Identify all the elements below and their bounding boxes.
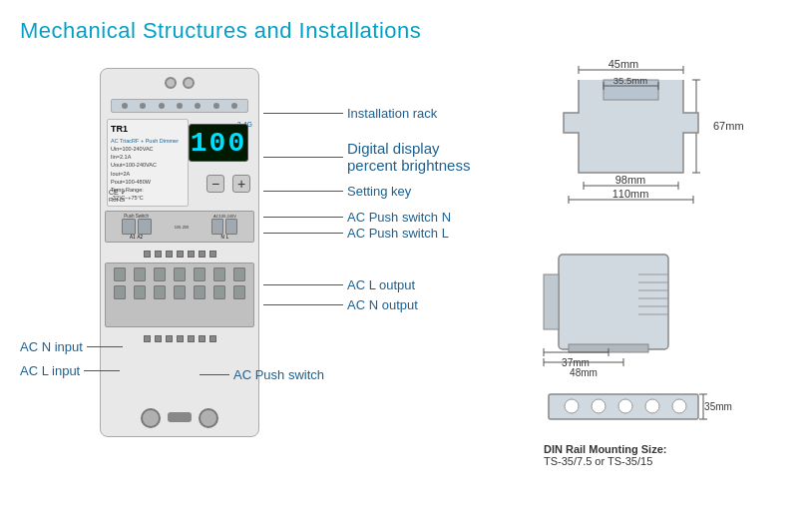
spec-iout: Iout=2A (111, 170, 185, 178)
annotation-digital-display: Digital display percent brightness (263, 140, 470, 174)
label-ac-l-input: AC L input (20, 363, 80, 378)
rack-dot-4 (177, 103, 183, 109)
bottom-latch (168, 412, 192, 422)
label-setting-key: Setting key (347, 184, 411, 199)
line-push (200, 374, 229, 375)
term-t2 (134, 267, 146, 281)
dot-7 (209, 251, 216, 258)
dim-label-48: 48mm (570, 367, 598, 378)
term-t6 (213, 267, 225, 281)
ac-term-l (225, 219, 237, 235)
flat-hole-4 (645, 399, 659, 413)
rack-dot-3 (159, 103, 165, 109)
term-t4 (174, 267, 186, 281)
line-setting (263, 191, 343, 192)
label-ac-push-switch: AC Push switch (233, 367, 324, 382)
term-b6 (213, 285, 225, 299)
terminal-row-bottom (106, 281, 253, 299)
plus-button[interactable]: + (232, 175, 250, 193)
rack-dot-1 (122, 103, 128, 109)
push-term-l2: A2 (138, 235, 144, 240)
dot-1 (144, 251, 151, 258)
mid-terminal-strip: Push Switch A1 A2 100 (105, 211, 254, 243)
term-b4 (174, 285, 186, 299)
bottom-terminal-area (105, 262, 254, 327)
line-n-in (87, 346, 123, 347)
term-b1 (114, 285, 126, 299)
device-subtitle: AC TriacRF + Push Dimmer (111, 137, 185, 145)
din-label-bold: DIN Rail Mounting Size: (544, 443, 666, 455)
annotation-ac-n-output: AC N output (263, 297, 418, 312)
push-term-2 (138, 219, 152, 235)
flat-hole-5 (672, 399, 686, 413)
dot2-7 (209, 335, 216, 342)
label-digital-display: Digital display (347, 140, 470, 157)
dot-6 (199, 251, 205, 258)
label-percent-brightness: percent brightness (347, 157, 470, 174)
digital-display: 100 (189, 124, 248, 162)
dots-row-1 (105, 249, 254, 259)
dot2-2 (155, 335, 162, 342)
push-switch-block: Push Switch A1 A2 (122, 214, 152, 240)
ac-l-label: L (226, 235, 229, 240)
rack-dot-5 (195, 103, 201, 109)
content-area: TR1 AC TriacRF + Push Dimmer Uin=100-240… (20, 58, 792, 467)
rack-dot-2 (140, 103, 146, 109)
annotation-ac-n-input: AC N input (20, 339, 123, 354)
line-digital (263, 157, 343, 158)
din-sizes: TS-35/7.5 or TS-35/15 (544, 455, 652, 467)
left-section: TR1 AC TriacRF + Push Dimmer Uin=100-240… (20, 58, 499, 467)
button-row: − + (206, 175, 250, 193)
dim-label-45mm: 45mm (609, 58, 639, 70)
dim-label-67mm: 67mm (713, 120, 744, 132)
rohs-text: RoHS (109, 197, 127, 203)
line-push-l (263, 233, 343, 234)
dim-label-35: 35mm (704, 401, 732, 412)
term-b7 (233, 285, 245, 299)
dot2-4 (177, 335, 184, 342)
dot-4 (177, 251, 184, 258)
push-term-labels: A1 A2 (130, 235, 143, 240)
terminal-row-top (106, 263, 253, 281)
voltage-range: 100-200 (175, 225, 190, 230)
ac-term-labels: N L (221, 235, 229, 240)
ac-n-label: N (221, 235, 224, 240)
dot-2 (155, 251, 162, 258)
label-ac-push-n: AC Push switch N (347, 210, 451, 225)
dim-label-110: 110mm (612, 188, 649, 200)
line-push-n (263, 217, 343, 218)
term-t7 (233, 267, 245, 281)
device-model: TR1 (111, 123, 185, 137)
term-b5 (194, 285, 205, 299)
digital-number: 100 (191, 128, 246, 159)
label-ac-n-output: AC N output (347, 297, 418, 312)
minus-button[interactable]: − (206, 175, 224, 193)
ce-text: CE ✓ (109, 189, 127, 197)
annotation-ac-push-l: AC Push switch L (263, 226, 449, 241)
annotation-ac-push-n: AC Push switch N (263, 210, 451, 225)
spec-uout: Uout=100-240VAC (111, 161, 185, 169)
ac-terminals (211, 219, 237, 235)
dot2-3 (166, 335, 173, 342)
din-rail-label: DIN Rail Mounting Size: TS-35/7.5 or TS-… (544, 443, 792, 467)
label-installation-rack: Installation rack (347, 106, 437, 121)
annotation-ac-l-output: AC L output (263, 277, 415, 292)
top-profile-svg: 45mm 67mm 35.5mm 98 (529, 58, 748, 243)
ac-block: AC100-240V N L (211, 214, 237, 240)
rack-dot-6 (213, 103, 219, 109)
push-terminals (122, 219, 152, 235)
annotation-installation-rack: Installation rack (263, 106, 437, 121)
flat-hole-2 (592, 399, 606, 413)
ce-label: CE ✓ RoHS (109, 189, 127, 203)
screw-br (199, 408, 218, 428)
dot2-6 (199, 335, 205, 342)
line-l-out (263, 284, 343, 285)
term-b2 (134, 285, 146, 299)
line-installation-rack (263, 113, 343, 114)
spec-uin: Uin=100-240VAC (111, 145, 185, 153)
page-title: Mechanical Structures and Installations (20, 18, 792, 44)
ac-term-n (211, 219, 223, 235)
dots-row-2 (105, 333, 254, 343)
flat-hole-1 (565, 399, 579, 413)
clip-right (183, 77, 195, 89)
